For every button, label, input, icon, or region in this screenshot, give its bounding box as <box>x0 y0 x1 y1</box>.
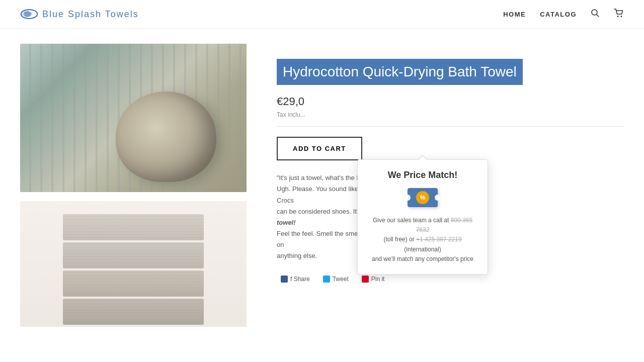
nav-home[interactable]: HOME <box>503 11 526 18</box>
main-nav: HOME CATALOG <box>503 9 624 20</box>
search-icon[interactable] <box>591 9 600 20</box>
pinterest-icon <box>362 276 369 283</box>
product-image-secondary <box>20 201 247 327</box>
svg-line-3 <box>597 15 599 17</box>
product-images <box>20 44 247 327</box>
desc-line5: anything else. <box>277 252 317 259</box>
logo-icon <box>20 7 38 21</box>
product-tax: Tax inclu... <box>277 111 624 118</box>
popup-title: We Price Match! <box>368 170 477 180</box>
share-facebook-button[interactable]: f Share <box>277 274 314 285</box>
svg-point-5 <box>621 16 622 17</box>
popup-text-line3: (international) <box>404 246 441 253</box>
towel-layer-1 <box>63 214 204 240</box>
popup-text-line1: Give our sales team a call at <box>373 217 449 224</box>
facebook-icon <box>281 276 288 283</box>
towel-layer-3 <box>63 270 204 297</box>
share-pinterest-button[interactable]: Pin it <box>358 274 389 285</box>
popup-body-text: Give our sales team a call at 800 365 76… <box>368 216 477 264</box>
coupon-icon: % <box>408 188 438 207</box>
towel-rolled-image <box>116 92 216 182</box>
product-divider <box>277 126 624 127</box>
share-pinterest-label: Pin it <box>371 276 385 283</box>
price-match-popup: We Price Match! % Give our sales team a … <box>357 159 488 275</box>
coupon-icon-wrapper: % <box>408 187 438 209</box>
popup-phone-intl: +1 425 387 2219 <box>416 236 461 243</box>
svg-point-4 <box>617 16 619 17</box>
add-to-cart-button[interactable]: ADD TO CART <box>277 137 362 160</box>
product-info: Hydrocotton Quick-Drying Bath Towel €29,… <box>277 44 624 327</box>
share-twitter-button[interactable]: Tweet <box>319 274 353 285</box>
towel-layer-4 <box>63 299 204 325</box>
share-twitter-label: Tweet <box>333 276 349 283</box>
popup-text-line4: and we'll match any competitor's price <box>372 255 473 262</box>
share-buttons: f Share Tweet Pin it <box>277 274 624 285</box>
cart-icon[interactable] <box>614 9 624 20</box>
product-price: €29,0 <box>277 95 624 108</box>
popup-arrow-inner <box>418 156 427 160</box>
nav-catalog[interactable]: CATALOG <box>540 11 577 18</box>
popup-text-line2: (toll free) or <box>383 236 414 243</box>
logo-text: Blue Splash Towels <box>42 9 139 20</box>
percent-badge: % <box>416 191 429 204</box>
share-facebook-label: f Share <box>290 276 310 283</box>
product-title: Hydrocotton Quick-Drying Bath Towel <box>277 59 523 85</box>
towel-layer-2 <box>63 242 204 268</box>
logo[interactable]: Blue Splash Towels <box>20 7 139 21</box>
product-image-main <box>20 44 247 192</box>
towel-stack-image <box>63 214 204 327</box>
desc-line3: can be considered shoes. It's <box>277 208 361 215</box>
twitter-icon <box>323 276 330 283</box>
